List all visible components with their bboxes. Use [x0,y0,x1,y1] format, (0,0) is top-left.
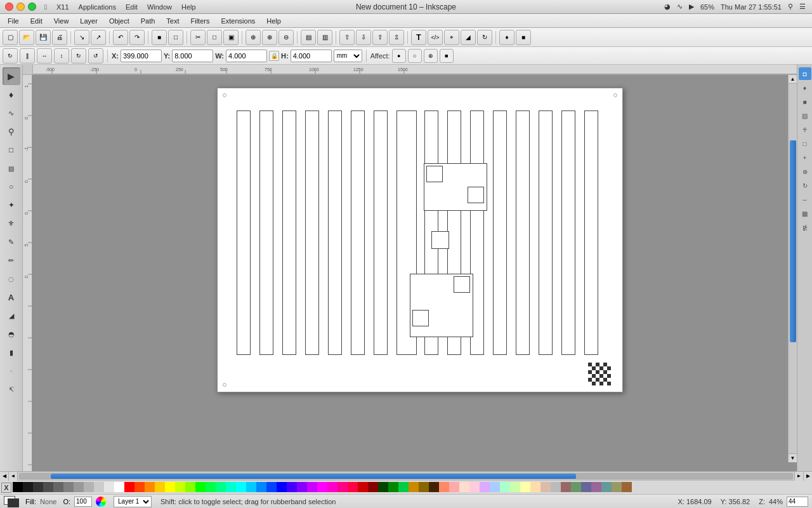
rect-box1b[interactable] [468,187,484,203]
spray-tool[interactable]: ⋅ [3,362,20,380]
palette-color[interactable] [33,482,43,492]
palette-color[interactable] [398,482,409,492]
search-icon[interactable]: ⚲ [788,3,793,11]
raise-button[interactable]: ⇧ [339,30,355,45]
rect-group2[interactable] [410,274,473,337]
menu-text[interactable]: Text [161,17,184,25]
opacity-input[interactable] [74,497,92,507]
zoom-tool[interactable]: ⚲ [3,123,20,140]
palette-none[interactable]: X [1,483,11,493]
palette-color[interactable] [358,482,368,492]
snap-nodes-btn[interactable]: ♦ [799,81,811,94]
hscroll-expand-right[interactable]: ► [794,472,803,481]
node-editor-button[interactable]: ♦ [499,30,514,45]
rect-box2a[interactable] [454,276,470,293]
zoom-in-button[interactable]: ⊕ [262,30,277,45]
dropper-tool[interactable]: ◓ [3,325,20,343]
print-button[interactable]: 🖨 [52,30,67,45]
pen-tool[interactable]: ✏ [3,251,20,269]
palette-color[interactable] [307,482,317,492]
apple-menu[interactable]:  [44,3,47,11]
menu-object[interactable]: Object [104,17,134,25]
rect-box2b[interactable] [412,310,429,326]
group-button[interactable]: ▤ [301,30,316,45]
palette-color[interactable] [459,482,469,492]
menu-help[interactable]: Help [261,17,286,25]
x-input[interactable] [121,50,162,62]
palette-color[interactable] [490,482,500,492]
open-button[interactable]: 📂 [19,30,34,45]
palette-color[interactable] [337,482,348,492]
palette-color[interactable] [43,482,53,492]
unit-select[interactable]: mm px in pt [334,50,362,62]
palette-color[interactable] [175,482,185,492]
palette-color[interactable] [216,482,226,492]
select-tool[interactable]: ▶ [3,67,20,85]
palette-color[interactable] [551,482,561,492]
snap-bbox-btn[interactable]: ■ [799,95,811,108]
palette-color[interactable] [581,482,591,492]
snap-extra2-btn[interactable]: ⋭ [799,221,811,234]
tweak-tool[interactable]: ∿ [3,104,20,122]
undo-button[interactable]: ↶ [113,30,128,45]
palette-color[interactable] [409,482,419,492]
window-controls[interactable] [5,3,36,11]
lower-bottom-button[interactable]: ⇫ [389,30,404,45]
spiral-tool[interactable]: ⚜ [3,215,20,232]
palette-color[interactable] [256,482,266,492]
hscroll-expand-left[interactable]: ◄ [9,472,18,481]
snap-enable-btn[interactable]: ◘ [799,67,811,80]
palette-color[interactable] [317,482,327,492]
rect-middle[interactable] [431,231,449,249]
menu-edit[interactable]: Edit [25,17,48,25]
x11-menu[interactable]: X11 [56,3,69,11]
palette-color[interactable] [84,482,94,492]
palette-color[interactable] [124,482,134,492]
snap-scale-btn[interactable]: ↔ [799,193,811,206]
affect-btn4[interactable]: ■ [440,49,454,63]
h-input[interactable] [291,50,332,62]
box3d-tool[interactable]: ▨ [3,159,20,177]
palette-color[interactable] [571,482,581,492]
menu-filters[interactable]: Filters [186,17,215,25]
copy-style-button[interactable]: ■ [152,30,167,45]
vscroll-up-btn[interactable]: ▲ [789,75,797,84]
canvas-area[interactable]: -500 -250 0 250 500 750 1000 1250 1500 [23,65,797,471]
document-page[interactable] [217,88,623,392]
menu-path[interactable]: Path [136,17,160,25]
ellipse-tool[interactable]: ○ [3,178,20,196]
edit-os-menu[interactable]: Edit [126,3,138,11]
palette-color[interactable] [134,482,145,492]
affect-btn2[interactable]: ○ [408,49,422,63]
help-os-menu[interactable]: Help [181,3,196,11]
palette-color[interactable] [348,482,358,492]
palette-color[interactable] [145,482,155,492]
maximize-button[interactable] [28,3,36,11]
redo-button[interactable]: ↷ [129,30,145,45]
palette-color[interactable] [165,482,175,492]
palette-color[interactable] [429,482,439,492]
transform-icon[interactable]: ↻ [3,48,18,64]
palette-color[interactable] [104,482,114,492]
palette-color[interactable] [53,482,63,492]
fill-stroke-button[interactable]: ◢ [461,30,476,45]
zoom-input[interactable] [787,497,808,507]
palette-color[interactable] [622,482,632,492]
xml-editor-button[interactable]: </> [428,30,443,45]
rect-group1[interactable] [424,163,487,211]
save-button[interactable]: 💾 [36,30,51,45]
zoom-fit-button[interactable]: ⊕ [246,30,261,45]
copy-button[interactable]: □ [207,30,222,45]
paste-style-button[interactable]: □ [168,30,183,45]
new-button[interactable]: ▢ [3,30,18,45]
stroke-swatch[interactable] [8,498,19,507]
palette-color[interactable] [327,482,337,492]
menu-file[interactable]: File [3,17,24,25]
hscroll-right-btn[interactable]: ▶ [803,472,812,481]
palette-color[interactable] [266,482,277,492]
palette-color[interactable] [419,482,429,492]
palette-color[interactable] [601,482,612,492]
lock-aspect-button[interactable]: 🔒 [269,51,279,61]
palette-color[interactable] [114,482,124,492]
export-button[interactable]: ↗ [91,30,106,45]
